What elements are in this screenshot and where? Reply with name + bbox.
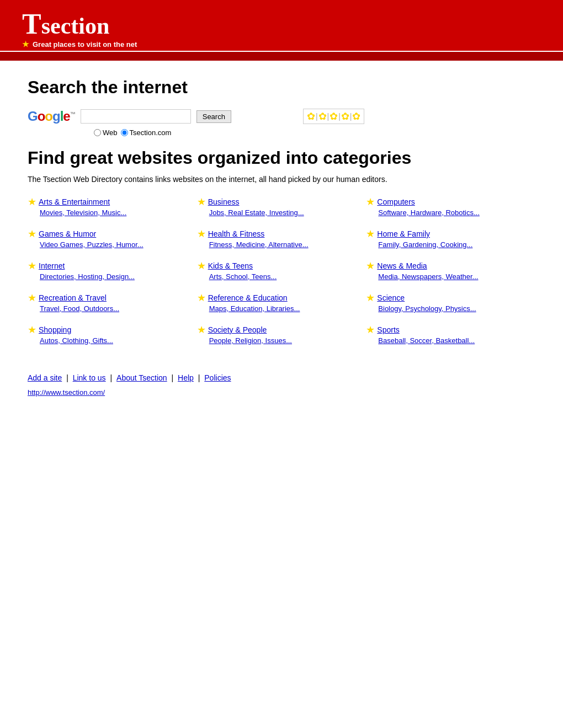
category-reference-link[interactable]: Reference & Education [208,293,288,302]
category-business-header: ★ Business [197,197,355,207]
radio-web-option[interactable]: Web [94,129,118,137]
category-news-star: ★ [366,261,375,271]
category-arts-link[interactable]: Arts & Entertainment [39,197,110,206]
footer-url[interactable]: http://www.tsection.com/ [28,388,105,397]
category-society-header: ★ Society & People [197,325,355,335]
category-kids-star: ★ [197,261,206,271]
rating-div-1: | [316,112,318,121]
category-science: ★ Science Biology, Psychology, Physics..… [366,293,535,313]
category-reference-star: ★ [197,293,206,303]
policies-link[interactable]: Policies [204,373,231,382]
rating-star-4: ✿ [341,110,349,122]
category-health-sub[interactable]: Fitness, Medicine, Alternative... [197,240,355,249]
radio-tsection-option[interactable]: Tsection.com [121,129,172,137]
category-kids-sub[interactable]: Arts, School, Teens... [197,272,355,281]
category-internet-link[interactable]: Internet [39,261,65,270]
g1: G [28,109,38,124]
categories-section-title: Find great websites organized into categ… [28,148,535,168]
rating-star-5: ✿ [352,110,360,122]
category-sports-star: ★ [366,325,375,335]
category-society-star: ★ [197,325,206,335]
search-form: Google™ Search ✿ | ✿ | ✿ | ✿ | ✿ [28,109,535,124]
category-society-link[interactable]: Society & People [208,325,267,334]
footer-links: Add a site | Link to us | About Tsection… [28,373,535,382]
add-site-link[interactable]: Add a site [28,373,62,382]
g6: e [63,109,70,124]
header-divider [0,51,563,61]
category-sports-header: ★ Sports [366,325,524,335]
category-business: ★ Business Jobs, Real Estate, Investing.… [197,197,367,217]
category-computers-star: ★ [366,197,375,207]
rating-div-3: | [338,112,341,121]
category-reference-sub[interactable]: Maps, Education, Libraries... [197,304,355,313]
tagline-star: ★ [22,40,29,49]
category-shopping-header: ★ Shopping [28,325,186,335]
category-sports-link[interactable]: Sports [377,325,399,334]
category-health: ★ Health & Fitness Fitness, Medicine, Al… [197,229,367,249]
category-kids-link[interactable]: Kids & Teens [208,261,253,270]
category-science-link[interactable]: Science [377,293,405,302]
category-science-sub[interactable]: Biology, Psychology, Physics... [366,304,524,313]
category-news-link[interactable]: News & Media [377,261,427,270]
category-computers-sub[interactable]: Software, Hardware, Robotics... [366,208,524,217]
rating-star-2: ✿ [318,110,327,122]
about-tsection-link[interactable]: About Tsection [116,373,167,382]
radio-tsection[interactable] [121,129,128,136]
radio-web[interactable] [94,129,101,136]
category-kids-header: ★ Kids & Teens [197,261,355,271]
category-health-link[interactable]: Health & Fitness [208,229,265,238]
radio-web-label: Web [103,129,118,137]
category-internet-sub[interactable]: Directories, Hosting, Design... [28,272,186,281]
category-science-header: ★ Science [366,293,524,303]
category-home-link[interactable]: Home & Family [377,229,430,238]
category-home-star: ★ [366,229,375,239]
category-science-star: ★ [366,293,375,303]
category-recreation-sub[interactable]: Travel, Food, Outdoors... [28,304,186,313]
categories-grid: ★ Arts & Entertainment Movies, Televisio… [28,197,535,357]
category-recreation-star: ★ [28,293,36,303]
category-news: ★ News & Media Media, Newspapers, Weathe… [366,261,535,281]
category-home-header: ★ Home & Family [366,229,524,239]
category-arts: ★ Arts & Entertainment Movies, Televisio… [28,197,197,217]
category-sports: ★ Sports Baseball, Soccer, Basketball... [366,325,535,345]
category-shopping: ★ Shopping Autos, Clothing, Gifts... [28,325,197,345]
category-games-header: ★ Games & Humor [28,229,186,239]
category-society-sub[interactable]: People, Religion, Issues... [197,336,355,345]
category-home-sub[interactable]: Family, Gardening, Cooking... [366,240,524,249]
category-recreation-link[interactable]: Recreation & Travel [39,293,107,302]
rating-star-1: ✿ [307,110,315,122]
category-games-link[interactable]: Games & Humor [39,229,96,238]
category-business-sub[interactable]: Jobs, Real Estate, Investing... [197,208,355,217]
category-home: ★ Home & Family Family, Gardening, Cooki… [366,229,535,249]
category-arts-star: ★ [28,197,36,207]
category-sports-sub[interactable]: Baseball, Soccer, Basketball... [366,336,524,345]
category-shopping-star: ★ [28,325,36,335]
category-shopping-sub[interactable]: Autos, Clothing, Gifts... [28,336,186,345]
category-computers: ★ Computers Software, Hardware, Robotics… [366,197,535,217]
sep-4: | [198,373,203,382]
google-tm: ™ [70,111,75,117]
link-to-us-link[interactable]: Link to us [73,373,106,382]
g3: o [45,109,52,124]
category-reference-header: ★ Reference & Education [197,293,355,303]
category-computers-link[interactable]: Computers [377,197,415,206]
sep-1: | [66,373,71,382]
category-arts-sub[interactable]: Movies, Television, Music... [28,208,186,217]
category-society: ★ Society & People People, Religion, Iss… [197,325,367,345]
help-link[interactable]: Help [178,373,194,382]
footer-url-container: http://www.tsection.com/ [28,388,535,397]
category-health-star: ★ [197,229,206,239]
rating-div-2: | [327,112,330,121]
search-button[interactable]: Search [196,110,231,123]
category-games-sub[interactable]: Video Games, Puzzles, Humor... [28,240,186,249]
category-shopping-link[interactable]: Shopping [39,325,71,334]
category-internet-header: ★ Internet [28,261,186,271]
category-recreation-header: ★ Recreation & Travel [28,293,186,303]
category-reference: ★ Reference & Education Maps, Education,… [197,293,367,313]
logo-t: T [22,8,41,40]
search-section-title: Search the internet [28,77,535,98]
category-arts-header: ★ Arts & Entertainment [28,197,186,207]
search-input[interactable] [81,109,191,124]
category-business-link[interactable]: Business [208,197,240,206]
category-news-sub[interactable]: Media, Newspapers, Weather... [366,272,524,281]
